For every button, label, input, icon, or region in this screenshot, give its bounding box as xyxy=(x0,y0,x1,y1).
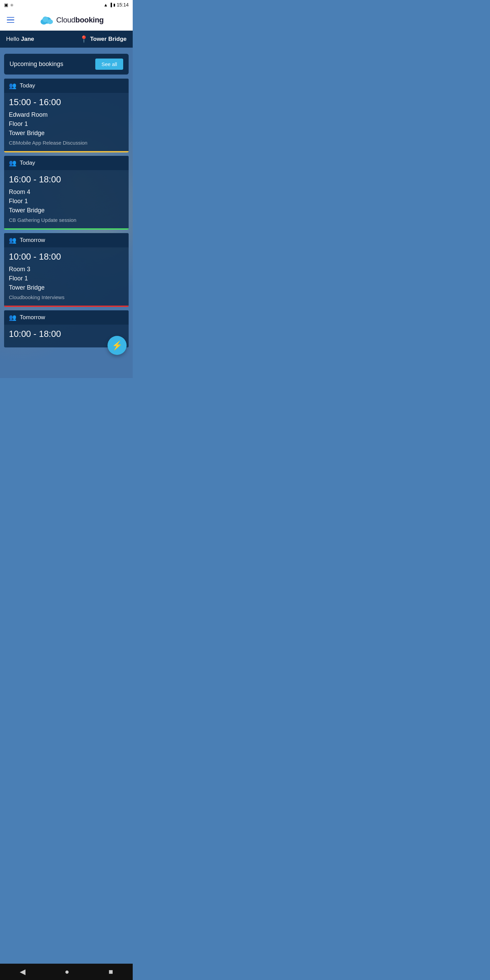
hello-bar: Hello Jane 📍 Tower Bridge xyxy=(0,30,133,48)
booking-header: 👥 Tomorrow xyxy=(4,233,129,247)
cloud-logo-icon xyxy=(39,15,53,25)
logo-text: Cloudbooking xyxy=(56,16,103,24)
booking-day-label: Today xyxy=(20,82,35,89)
booking-description: CB Gathering Update session xyxy=(9,217,124,223)
battery-icon: ▮ xyxy=(113,3,115,7)
see-all-button[interactable]: See all xyxy=(95,59,123,70)
time-display: 15:14 xyxy=(117,2,129,8)
booking-room: Room 4Floor 1Tower Bridge xyxy=(9,188,124,215)
booking-day-label: Today xyxy=(20,159,35,166)
booking-time: 10:00 - 18:00 xyxy=(9,251,124,262)
location-area[interactable]: 📍 Tower Bridge xyxy=(80,35,127,43)
user-name: Jane xyxy=(21,36,34,42)
svg-point-3 xyxy=(43,16,48,22)
fab-button[interactable]: ⚡ xyxy=(108,336,127,355)
booking-header: 👥 Today xyxy=(4,79,129,93)
people-icon: 👥 xyxy=(9,159,16,167)
booking-description: Cloudbooking Interviews xyxy=(9,294,124,300)
people-icon: 👥 xyxy=(9,237,16,244)
circle-icon: ◉ xyxy=(10,3,14,7)
lightning-icon: ⚡ xyxy=(111,340,123,351)
signal-icon: ▐ xyxy=(109,3,112,7)
booking-description: CBMobile App Release Discussion xyxy=(9,140,124,146)
booking-time: 10:00 - 18:00 xyxy=(9,329,124,339)
menu-button[interactable] xyxy=(5,16,16,24)
wifi-icon: ▲ xyxy=(103,2,108,8)
booking-day-label: Tomorrow xyxy=(20,314,45,321)
location-pin-icon: 📍 xyxy=(80,35,88,43)
booking-header: 👥 Tomorrow xyxy=(4,310,129,325)
booking-item[interactable]: 👥 Tomorrow 10:00 - 18:00 Room 3Floor 1To… xyxy=(4,233,129,307)
people-icon: 👥 xyxy=(9,314,16,321)
upcoming-bookings-card: Upcoming bookings See all xyxy=(4,54,129,75)
sim-icon: ▣ xyxy=(4,2,8,8)
booking-room: Room 3Floor 1Tower Bridge xyxy=(9,265,124,292)
booking-header: 👥 Today xyxy=(4,156,129,170)
location-label: Tower Bridge xyxy=(90,36,127,43)
people-icon: 👥 xyxy=(9,82,16,89)
main-content: Upcoming bookings See all 👥 Today 15:00 … xyxy=(0,48,133,378)
booking-body: 15:00 - 16:00 Edward RoomFloor 1Tower Br… xyxy=(4,93,129,151)
booking-item[interactable]: 👥 Today 16:00 - 18:00 Room 4Floor 1Tower… xyxy=(4,156,129,230)
booking-time: 16:00 - 18:00 xyxy=(9,174,124,185)
booking-room: Edward RoomFloor 1Tower Bridge xyxy=(9,110,124,138)
booking-body: 16:00 - 18:00 Room 4Floor 1Tower Bridge … xyxy=(4,170,129,228)
booking-day-label: Tomorrow xyxy=(20,237,45,243)
status-bar: ▣ ◉ ▲ ▐ ▮ 15:14 xyxy=(0,0,133,10)
booking-status-bar xyxy=(4,228,129,230)
booking-body: 10:00 - 18:00 Room 3Floor 1Tower Bridge … xyxy=(4,247,129,305)
top-nav: Cloudbooking xyxy=(0,10,133,30)
greeting-text: Hello Jane xyxy=(6,36,34,43)
status-bar-right: ▲ ▐ ▮ 15:14 xyxy=(103,2,129,8)
booking-status-bar xyxy=(4,151,129,153)
booking-time: 15:00 - 16:00 xyxy=(9,97,124,108)
status-bar-left: ▣ ◉ xyxy=(4,2,14,8)
booking-item[interactable]: 👥 Today 15:00 - 16:00 Edward RoomFloor 1… xyxy=(4,79,129,153)
booking-status-bar xyxy=(4,305,129,307)
logo-area: Cloudbooking xyxy=(16,15,127,25)
upcoming-bookings-title: Upcoming bookings xyxy=(10,60,63,68)
